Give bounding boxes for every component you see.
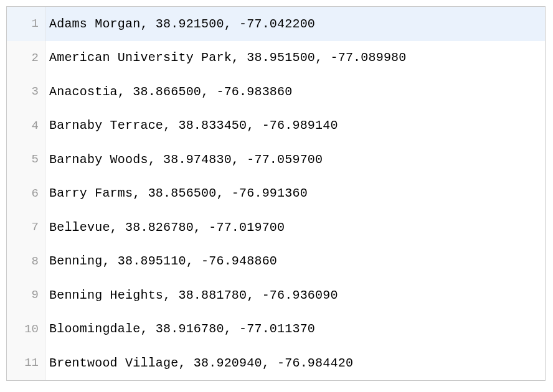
editor-line[interactable]: 4Barnaby Terrace, 38.833450, -76.989140 (7, 109, 545, 143)
line-content[interactable]: Benning, 38.895110, -76.948860 (45, 254, 277, 268)
line-content[interactable]: Barry Farms, 38.856500, -76.991360 (45, 186, 308, 200)
line-content[interactable]: Brentwood Village, 38.920940, -76.984420 (45, 356, 353, 370)
line-number: 10 (7, 312, 45, 347)
line-number: 9 (7, 278, 45, 312)
code-editor[interactable]: 1Adams Morgan, 38.921500, -77.0422002Ame… (6, 6, 546, 381)
line-number: 8 (7, 245, 45, 279)
editor-line[interactable]: 5Barnaby Woods, 38.974830, -77.059700 (7, 142, 545, 177)
line-content[interactable]: Bloomingdale, 38.916780, -77.011370 (45, 322, 315, 336)
line-number: 11 (7, 346, 45, 380)
line-content[interactable]: Bellevue, 38.826780, -77.019700 (45, 220, 285, 235)
editor-line[interactable]: 9Benning Heights, 38.881780, -76.936090 (7, 278, 545, 312)
line-number: 2 (7, 41, 45, 75)
line-content[interactable]: Barnaby Terrace, 38.833450, -76.989140 (45, 118, 338, 133)
line-number: 6 (7, 177, 45, 211)
line-content[interactable]: Adams Morgan, 38.921500, -77.042200 (45, 17, 315, 31)
line-number: 4 (7, 109, 45, 143)
editor-line[interactable]: 7Bellevue, 38.826780, -77.019700 (7, 210, 545, 245)
line-number: 5 (7, 142, 45, 177)
editor-line[interactable]: 11Brentwood Village, 38.920940, -76.9844… (7, 346, 545, 380)
line-number: 1 (7, 7, 45, 41)
line-content[interactable]: Barnaby Woods, 38.974830, -77.059700 (45, 152, 323, 167)
line-number: 7 (7, 210, 45, 245)
line-content[interactable]: Anacostia, 38.866500, -76.983860 (45, 85, 292, 99)
editor-line[interactable]: 8Benning, 38.895110, -76.948860 (7, 245, 545, 279)
editor-line[interactable]: 6Barry Farms, 38.856500, -76.991360 (7, 177, 545, 211)
editor-line[interactable]: 3Anacostia, 38.866500, -76.983860 (7, 75, 545, 109)
editor-line[interactable]: 10Bloomingdale, 38.916780, -77.011370 (7, 312, 545, 347)
line-number: 3 (7, 75, 45, 109)
editor-line[interactable]: 1Adams Morgan, 38.921500, -77.042200 (7, 7, 545, 41)
line-content[interactable]: Benning Heights, 38.881780, -76.936090 (45, 288, 338, 302)
line-content[interactable]: American University Park, 38.951500, -77… (45, 50, 407, 65)
editor-line[interactable]: 2American University Park, 38.951500, -7… (7, 41, 545, 75)
